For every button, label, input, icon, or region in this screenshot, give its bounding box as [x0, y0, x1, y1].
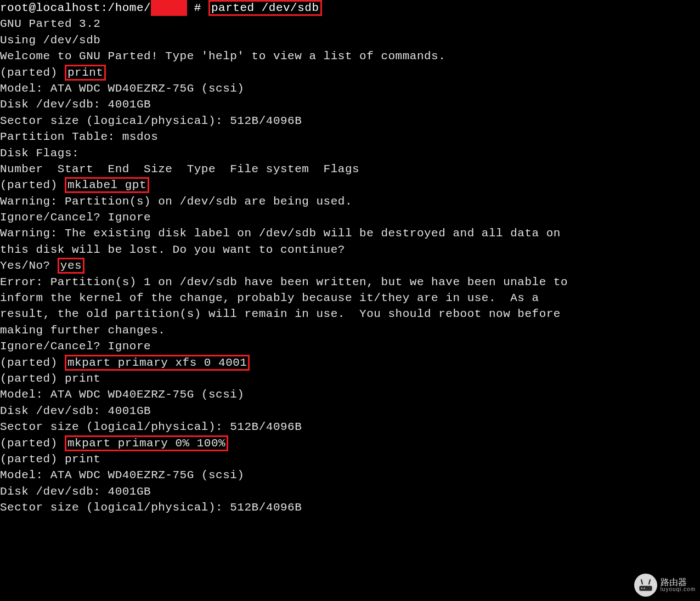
- output-line: Warning: Partition(s) on /dev/sdb are be…: [0, 194, 700, 209]
- cmd-mkpart-xfs: mkpart primary xfs 0 4001: [65, 355, 250, 371]
- parted-prompt: (parted): [0, 437, 65, 450]
- output-line: Disk /dev/sdb: 4001GB: [0, 403, 700, 419]
- output-line: Warning: The existing disk label on /dev…: [0, 225, 700, 241]
- output-line: Model: ATA WDC WD40EZRZ-75G (scsi): [0, 81, 700, 97]
- parted-prompt-line: (parted) mklabel gpt: [0, 177, 700, 193]
- watermark-text: 路由器 luyouqi.com: [661, 578, 696, 592]
- output-line: result, the old partition(s) will remain…: [0, 306, 700, 322]
- cmd-parted: parted /dev/sdb: [208, 0, 322, 16]
- parted-prompt: (parted): [0, 356, 65, 369]
- output-line: Disk /dev/sdb: 4001GB: [0, 97, 700, 112]
- output-line: Disk Flags:: [0, 145, 700, 161]
- terminal[interactable]: root@localhost:/home/xxxxx # parted /dev…: [0, 0, 700, 516]
- output-line: inform the kernel of the change, probabl…: [0, 290, 700, 306]
- redacted-user: xxxxx: [151, 0, 187, 16]
- watermark-sub: luyouqi.com: [661, 587, 696, 592]
- parted-prompt-line: (parted) mkpart primary 0% 100%: [0, 435, 700, 451]
- parted-prompt-line: (parted) mkpart primary xfs 0 4001: [0, 355, 700, 371]
- watermark: 路由器 luyouqi.com: [634, 574, 696, 597]
- confirm-line: Yes/No? yes: [0, 258, 700, 274]
- cmd-mklabel: mklabel gpt: [65, 177, 149, 193]
- prompt-user-host: root@localhost:/home/: [0, 2, 151, 14]
- output-line: Sector size (logical/physical): 512B/409…: [0, 500, 700, 515]
- output-line: Using /dev/sdb: [0, 32, 700, 48]
- watermark-icon-circle: [634, 574, 657, 597]
- output-line: Partition Table: msdos: [0, 129, 700, 145]
- router-icon: [638, 577, 653, 593]
- output-line: Disk /dev/sdb: 4001GB: [0, 484, 700, 500]
- output-line: Model: ATA WDC WD40EZRZ-75G (scsi): [0, 387, 700, 402]
- output-line: this disk will be lost. Do you want to c…: [0, 242, 700, 258]
- output-line: Ignore/Cancel? Ignore: [0, 209, 700, 225]
- output-line: GNU Parted 3.2: [0, 16, 700, 32]
- yesno-prompt: Yes/No?: [0, 259, 58, 272]
- prompt-line: root@localhost:/home/xxxxx # parted /dev…: [0, 0, 700, 16]
- parted-prompt: (parted): [0, 179, 65, 191]
- table-header: Number Start End Size Type File system F…: [0, 161, 700, 177]
- cmd-mkpart-percent: mkpart primary 0% 100%: [65, 435, 228, 451]
- prompt-hash: #: [187, 2, 208, 14]
- output-line: making further changes.: [0, 322, 700, 338]
- parted-prompt-line: (parted) print: [0, 65, 700, 81]
- output-line: Model: ATA WDC WD40EZRZ-75G (scsi): [0, 467, 700, 483]
- output-line: Error: Partition(s) 1 on /dev/sdb have b…: [0, 274, 700, 290]
- output-line: Sector size (logical/physical): 512B/409…: [0, 419, 700, 435]
- output-line: (parted) print: [0, 371, 700, 387]
- watermark-main: 路由器: [661, 577, 687, 587]
- output-line: Welcome to GNU Parted! Type 'help' to vi…: [0, 48, 700, 64]
- output-line: Ignore/Cancel? Ignore: [0, 338, 700, 354]
- parted-prompt: (parted): [0, 66, 65, 79]
- cmd-yes: yes: [58, 258, 84, 274]
- output-line: Sector size (logical/physical): 512B/409…: [0, 113, 700, 129]
- output-line: (parted) print: [0, 451, 700, 467]
- cmd-print: print: [65, 65, 106, 81]
